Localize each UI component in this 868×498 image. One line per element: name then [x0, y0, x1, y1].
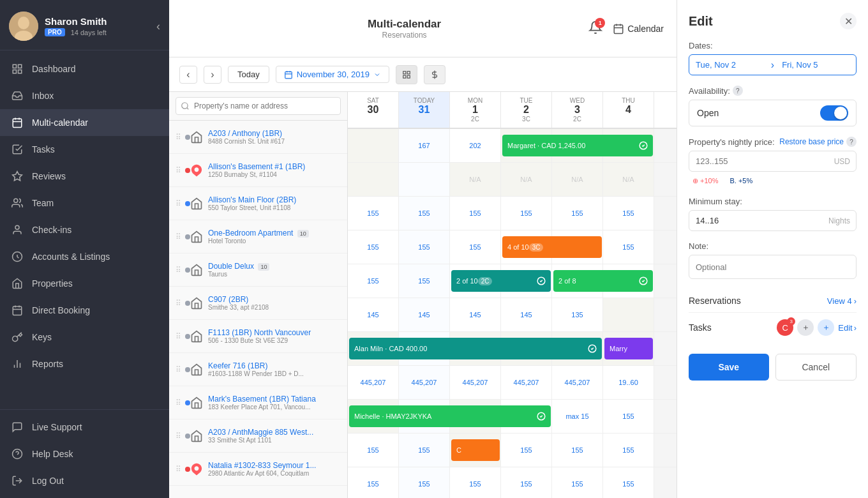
task-edit-link[interactable]: Edit ›	[838, 323, 857, 333]
calendar-cell[interactable]: 135	[552, 298, 603, 331]
calendar-cell[interactable]: 155	[501, 467, 552, 498]
calendar-cell[interactable]: max 15	[552, 400, 603, 433]
calendar-cell[interactable]: 155	[348, 197, 399, 230]
calendar-cell[interactable]: 155	[348, 434, 399, 467]
sidebar-item-keys[interactable]: Keys	[0, 324, 169, 351]
date-to[interactable]: Fri, Nov 5	[775, 55, 856, 75]
next-button[interactable]: ›	[204, 66, 221, 84]
calendar-cell[interactable]: 145	[501, 298, 552, 331]
task-add-button-1[interactable]: ＋	[797, 319, 814, 336]
calendar-cell[interactable]: 155	[450, 230, 501, 264]
booking-bar[interactable]: Marry	[604, 338, 653, 359]
sidebar-item-inbox[interactable]: Inbox	[0, 82, 169, 109]
calendar-cell[interactable]: 155	[603, 197, 654, 230]
calendar-cell[interactable]: 155	[399, 197, 450, 230]
restore-base-price-link[interactable]: Restore base price ?	[779, 137, 857, 147]
calendar-view-button[interactable]: Calendar	[613, 23, 664, 34]
dollar-view-button[interactable]	[424, 65, 445, 84]
sidebar-item-log-out[interactable]: Log Out	[0, 467, 169, 494]
availability-help-icon[interactable]: ?	[733, 86, 743, 96]
calendar-cell[interactable]	[603, 298, 654, 331]
list-item[interactable]: ⠿ A203 / Anthony (1BR) 8488 Cornish St. …	[169, 121, 347, 154]
booking-bar[interactable]: 4 of 10 3C	[502, 236, 602, 258]
calendar-cell[interactable]: 167	[399, 129, 450, 162]
price-help-icon[interactable]: ?	[846, 137, 857, 147]
sidebar-item-team[interactable]: Team	[0, 190, 169, 216]
calendar-cell[interactable]: N/A	[450, 163, 501, 196]
calendar-cell[interactable]	[348, 129, 399, 162]
sidebar-item-check-ins[interactable]: Check-ins	[0, 216, 169, 243]
calendar-cell[interactable]: 155	[603, 230, 654, 264]
calendar-cell[interactable]: N/A	[552, 163, 603, 196]
calendar-cell[interactable]: 155	[552, 434, 603, 467]
calendar-cell[interactable]: 445,207	[399, 366, 450, 399]
calendar-cell[interactable]: 155	[450, 197, 501, 230]
calendar-cell[interactable]	[399, 163, 450, 196]
list-item[interactable]: ⠿ F1113 (1BR) North Vancouver 506 - 1330…	[169, 320, 347, 353]
calendar-cell[interactable]: N/A	[501, 163, 552, 196]
calendar-cell[interactable]: 155	[603, 467, 654, 498]
calendar-cell[interactable]: 155	[348, 467, 399, 498]
calendar-cell[interactable]: 202	[450, 129, 501, 162]
calendar-cell[interactable]: N/A	[603, 163, 654, 196]
prev-button[interactable]: ‹	[179, 66, 197, 84]
sidebar-item-help-desk[interactable]: Help Desk	[0, 441, 169, 467]
sidebar-item-multi-calendar[interactable]: Multi-calendar	[0, 109, 169, 136]
calendar-cell[interactable]: 145	[399, 298, 450, 331]
calendar-cell[interactable]: 445,207	[348, 366, 399, 399]
calendar-cell[interactable]: 155	[399, 467, 450, 498]
task-c-button[interactable]: C 3	[777, 319, 793, 336]
sidebar-item-dashboard[interactable]: Dashboard	[0, 56, 169, 82]
calendar-cell[interactable]: 155	[399, 230, 450, 264]
booking-bar[interactable]: 2 of 10 2C	[451, 270, 551, 292]
sidebar-item-reports[interactable]: Reports	[0, 351, 169, 377]
list-item[interactable]: ⠿ C907 (2BR) Smithe 33, apt #2108	[169, 287, 347, 320]
price-input[interactable]	[689, 151, 857, 172]
close-button[interactable]: ✕	[840, 13, 857, 29]
note-input[interactable]	[689, 255, 857, 279]
list-item[interactable]: ⠿ A203 / AnthMaggie 885 West... 33 Smith…	[169, 419, 347, 453]
booking-bar[interactable]: 2 of 8	[553, 270, 653, 292]
calendar-cell[interactable]	[348, 163, 399, 196]
calendar-cell[interactable]: 145	[348, 298, 399, 331]
sidebar-item-properties[interactable]: Properties	[0, 270, 169, 297]
booking-bar[interactable]: Michelle · HMAY2JKYKA	[349, 405, 551, 427]
grid-view-button[interactable]	[396, 65, 417, 84]
list-item[interactable]: ⠿ Allison's Basement #1 (1BR) 1250 Burna…	[169, 154, 347, 187]
calendar-cell[interactable]: 155	[552, 467, 603, 498]
list-item[interactable]: ⠿ Double Delux 10 Taurus	[169, 253, 347, 287]
list-item[interactable]: ⠿ Allison's Main Floor (2BR) 550 Taylor …	[169, 187, 347, 220]
cancel-button[interactable]: Cancel	[775, 354, 857, 381]
calendar-cell[interactable]: 155	[399, 264, 450, 298]
sidebar-item-direct-booking[interactable]: Direct Booking	[0, 297, 169, 324]
booking-bar[interactable]: C	[451, 439, 500, 461]
date-picker-button[interactable]: November 30, 2019	[276, 66, 389, 83]
booking-bar[interactable]: Alan Miln · CAD 400.00	[349, 338, 602, 359]
list-item[interactable]: ⠿ One-Bedroom Apartment 10 Hotel Toronto	[169, 220, 347, 253]
list-item[interactable]: ⠿ Natalia #1302-833 Seymour 1... 2980 At…	[169, 453, 347, 486]
sidebar-collapse-button[interactable]: ‹	[156, 20, 160, 33]
sidebar-item-reviews[interactable]: Reviews	[0, 163, 169, 190]
calendar-cell[interactable]: 19..60	[603, 366, 654, 399]
calendar-cell[interactable]: 445,207	[450, 366, 501, 399]
calendar-cell[interactable]: 155	[603, 434, 654, 467]
calendar-cell[interactable]: 155	[552, 197, 603, 230]
search-input[interactable]	[176, 97, 341, 115]
calendar-cell[interactable]: 445,207	[501, 366, 552, 399]
save-button[interactable]: Save	[689, 354, 769, 381]
list-item[interactable]: ⠿ Mark's Basement (1BR) Tatiana 183 Keef…	[169, 386, 347, 419]
view-reservations-link[interactable]: View 4 ›	[827, 296, 857, 306]
booking-bar[interactable]: Margaret · CAD 1,245.00	[502, 135, 653, 156]
list-item[interactable]: ⠿ Keefer 716 (1BR) #1603-1188 W Pender 1…	[169, 353, 347, 386]
notification-button[interactable]: 1	[588, 20, 602, 37]
sidebar-item-tasks[interactable]: Tasks	[0, 136, 169, 163]
calendar-cell[interactable]: 145	[450, 298, 501, 331]
sidebar-item-accounts-listings[interactable]: Accounts & Listings	[0, 243, 169, 270]
calendar-cell[interactable]: 155	[501, 197, 552, 230]
date-range-selector[interactable]: Tue, Nov 2 › Fri, Nov 5	[689, 54, 857, 75]
availability-toggle[interactable]	[820, 105, 848, 121]
calendar-cell[interactable]: 155	[501, 434, 552, 467]
calendar-cell[interactable]: 445,207	[552, 366, 603, 399]
calendar-cell[interactable]: 155	[603, 400, 654, 433]
sidebar-item-live-support[interactable]: Live Support	[0, 414, 169, 441]
